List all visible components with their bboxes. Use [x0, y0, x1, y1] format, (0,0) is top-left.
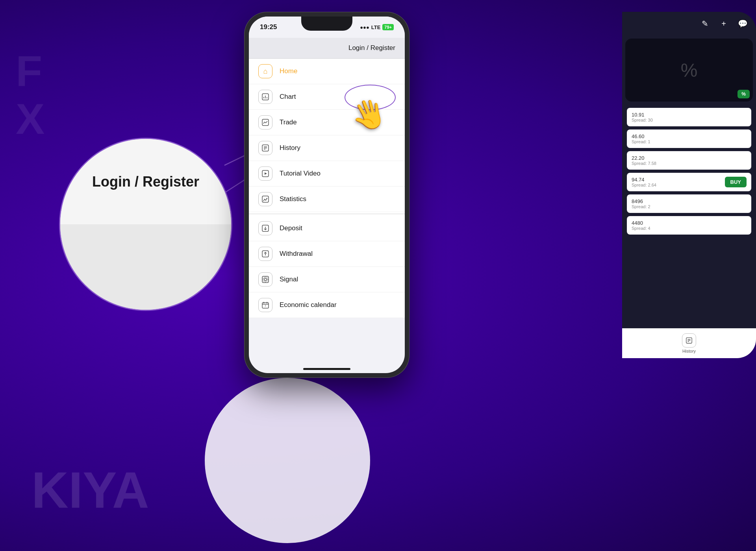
menu-label-chart: Chart [280, 93, 296, 101]
phone-device: 19:25 ●●● LTE 79+ Login / Register ⌂ Hom… [244, 12, 410, 378]
menu-item-home[interactable]: ⌂ Home [249, 59, 405, 84]
menu-label-history: History [280, 144, 300, 152]
right-image-card: % % [625, 39, 753, 102]
menu-label-statistics: Statistics [280, 195, 306, 203]
menu-label-trade: Trade [280, 118, 297, 126]
trade-icon [258, 115, 272, 129]
right-bottom-bar: History [622, 328, 756, 358]
chart-icon [258, 90, 272, 104]
calendar-icon: 7 [258, 298, 272, 312]
signal-menu-icon [258, 272, 272, 287]
right-data-val-2: 46.60 [632, 133, 650, 139]
menu-label-withdrawal: Withdrawal [280, 250, 313, 258]
right-panel-inner: ✎ + 💬 % % 10.91 Spread: 30 46.60 Spread [622, 12, 756, 358]
menu-label-tutorial: Tutorial Video [280, 170, 321, 178]
right-data-item-3: 22.20 Spread: 7.58 [627, 151, 751, 170]
menu-item-tutorial[interactable]: Tutorial Video [249, 161, 405, 187]
home-icon: ⌂ [258, 64, 272, 78]
phone-frame: 19:25 ●●● LTE 79+ Login / Register ⌂ Hom… [244, 12, 410, 378]
menu-separator [249, 214, 405, 214]
menu-item-deposit[interactable]: Deposit [249, 216, 405, 241]
buy-button[interactable]: BUY [725, 177, 747, 187]
right-data-val-5: 8496 [632, 198, 650, 204]
svg-text:7: 7 [265, 305, 266, 307]
statistics-icon [258, 192, 272, 206]
menu-label-deposit: Deposit [280, 224, 302, 232]
right-data-item-4: 94.74 Spread: 2.64 BUY [627, 173, 751, 191]
right-data-item-5: 8496 Spread: 2 [627, 194, 751, 213]
right-data-item-6: 4480 Spread: 4 [627, 216, 751, 235]
svg-rect-13 [262, 196, 269, 202]
login-banner[interactable]: Login / Register [249, 38, 405, 59]
history-icon [258, 141, 272, 155]
battery-badge: 79+ [382, 24, 394, 30]
right-data-sub-2: Spread: 1 [632, 139, 650, 144]
right-data-val-1: 10.91 [632, 112, 653, 118]
menu-item-signal[interactable]: Signal [249, 267, 405, 292]
signal-icon: ●●● [360, 24, 369, 30]
svg-marker-12 [265, 172, 267, 175]
menu-list: ⌂ Home Chart [249, 59, 405, 318]
phone-screen: 19:25 ●●● LTE 79+ Login / Register ⌂ Hom… [249, 17, 405, 373]
tutorial-icon [258, 166, 272, 181]
right-data-sub-1: Spread: 30 [632, 118, 653, 122]
lte-text: LTE [371, 24, 381, 30]
magnified-login-circle: Login / Register [59, 138, 232, 311]
right-top-bar: ✎ + 💬 [622, 12, 756, 35]
right-data-sub-6: Spread: 4 [632, 226, 650, 231]
login-register-label[interactable]: Login / Register [348, 44, 395, 52]
pencil-icon: ✎ [698, 17, 712, 31]
magnified-login-text: Login / Register [92, 174, 199, 190]
deposit-icon [258, 221, 272, 235]
status-bar: 19:25 ●●● LTE 79+ [249, 17, 405, 38]
right-data-sub-3: Spread: 7.58 [632, 161, 656, 166]
chat-icon: 💬 [736, 17, 750, 31]
status-notch [301, 17, 352, 31]
withdrawal-icon [258, 247, 272, 261]
right-data-val-6: 4480 [632, 220, 650, 226]
menu-item-statistics[interactable]: Statistics [249, 187, 405, 212]
right-data-list: 10.91 Spread: 30 46.60 Spread: 1 22.20 S… [622, 105, 756, 241]
menu-item-economic-calendar[interactable]: 7 Economic calendar [249, 292, 405, 318]
menu-item-withdrawal[interactable]: Withdrawal [249, 241, 405, 267]
right-panel: ✎ + 💬 % % 10.91 Spread: 30 46.60 Spread [622, 12, 756, 358]
right-data-item-1: 10.91 Spread: 30 [627, 108, 751, 126]
menu-item-history[interactable]: History [249, 135, 405, 161]
history-bottom-icon[interactable] [682, 333, 696, 348]
svg-point-21 [263, 277, 268, 282]
menu-label-economic-calendar: Economic calendar [280, 301, 337, 309]
right-data-val-3: 22.20 [632, 155, 656, 161]
status-icons: ●●● LTE 79+ [360, 24, 394, 30]
status-time: 19:25 [260, 23, 277, 31]
menu-label-home: Home [280, 67, 297, 75]
svg-point-20 [264, 278, 267, 281]
decorative-circle-bottom [205, 378, 370, 543]
plus-icon: + [717, 17, 731, 31]
right-data-sub-5: Spread: 2 [632, 204, 650, 209]
menu-label-signal: Signal [280, 276, 298, 283]
history-bottom-label: History [682, 349, 696, 353]
right-data-item-2: 46.60 Spread: 1 [627, 129, 751, 148]
home-indicator [303, 368, 350, 370]
right-data-sub-4: Spread: 2.64 [632, 183, 656, 187]
right-data-val-4: 94.74 [632, 177, 656, 183]
